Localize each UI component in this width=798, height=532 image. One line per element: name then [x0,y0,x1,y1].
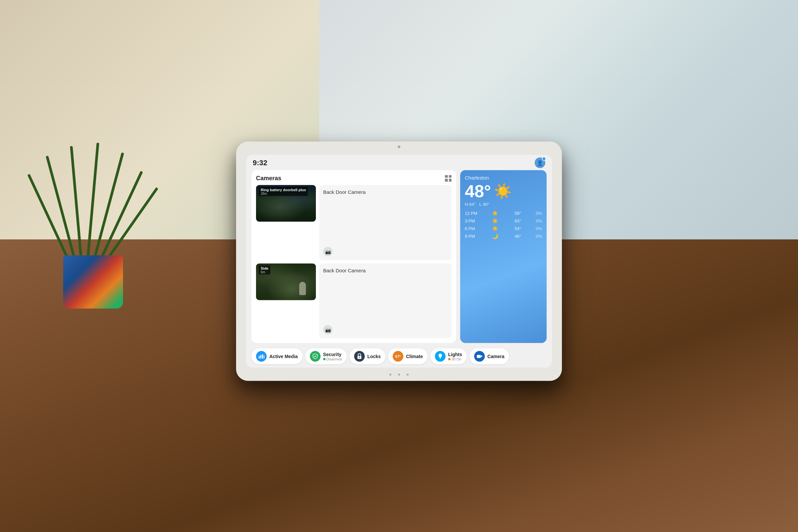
plant-pot [63,255,123,308]
camera-name-2: Back Door Camera [323,267,448,273]
climate-temp-icon: 67° [395,355,401,358]
equalizer-icon [258,354,264,359]
weather-hi-lo: H 64° L 40° [465,202,542,207]
pill-label-locks: Locks [367,354,381,359]
forecast-temp-2: 54° [509,226,521,231]
grid-sq-2 [449,175,452,178]
pill-icon-active-media [256,351,267,362]
forecast-time-1: 3 PM [465,218,481,224]
camera-row-2: Side 6m Back Door Camera 📷 [256,263,452,339]
cam-time-2: 6m [261,270,268,274]
grid-sq-1 [445,175,448,178]
pill-label-security: Security [323,352,342,357]
profile-icon[interactable]: 👤 [535,158,545,168]
camera-info-1[interactable]: Back Door Camera 📷 [319,185,452,260]
plant-decoration [40,142,146,308]
clock: 9:32 [253,158,267,167]
weather-sun-icon: ☀️ [494,184,512,198]
cam-label-text-1: Ring battery doorbell plus [261,188,306,192]
status-bar: 9:32 👤 [246,155,552,170]
pill-locks[interactable]: Locks [349,348,385,364]
lightbulb-icon [438,354,443,359]
device-screen: 9:32 👤 Cameras [246,155,552,368]
pill-lights[interactable]: Lights 30 On [430,348,467,364]
camera-icon-row-1: 📷 [323,247,448,256]
forecast-pct-3: 0% [532,234,542,239]
pill-sublabel-lights: 30 On [448,357,462,361]
bottom-bar: Active Media Security Disarmed [246,346,552,368]
cam-time-1: 28m [261,192,306,195]
forecast-pct-0: 0% [532,211,542,216]
cameras-section: Cameras Ring battery doorbell plus [251,170,456,343]
mic-dot-1 [390,374,391,376]
forecast-row-0: 12 PM ☀️ 59° 0% [465,210,542,216]
weather-forecast: 12 PM ☀️ 59° 0% 3 PM ☀️ 63° 0% 6 PM ☀️ [465,210,542,240]
pill-text-cameras-nav: Camera [488,354,505,359]
pill-label-cameras-nav: Camera [488,354,505,359]
forecast-pct-2: 0% [532,226,542,231]
pill-label-lights: Lights [448,352,462,357]
pill-text-active-media: Active Media [269,354,298,359]
mic-dots [390,374,408,376]
forecast-pct-1: 0% [532,218,542,224]
camera-small-icon-1: 📷 [323,247,332,256]
pill-active-media[interactable]: Active Media [251,348,303,364]
pill-security[interactable]: Security Disarmed [305,348,347,364]
pill-text-climate: Climate [406,354,423,359]
pill-text-locks: Locks [367,354,381,359]
forecast-icon-2: ☀️ [492,225,498,232]
lights-status-text: 30 On [452,357,461,361]
cameras-header: Cameras [256,175,452,182]
status-icons: 👤 [535,158,545,168]
forecast-time-3: 9 PM [465,234,481,239]
main-content: Cameras Ring battery doorbell plus [246,170,552,346]
lights-status-dot [448,358,451,360]
svg-rect-1 [260,355,261,359]
profile-glyph: 👤 [537,159,543,166]
cam-label-overlay-1: Ring battery doorbell plus 28m [259,187,308,196]
grid-sq-3 [445,179,448,182]
pill-sublabel-security: Disarmed [323,357,342,361]
pill-text-lights: Lights 30 On [448,352,462,361]
notification-badge [542,157,546,161]
forecast-row-3: 9 PM 🌙 46° 0% [465,233,542,240]
forecast-temp-1: 63° [509,218,521,224]
cameras-title: Cameras [256,175,281,182]
weather-section[interactable]: Charleston 48° ☀️ H 64° L 40° 12 PM ☀️ 5… [460,170,547,343]
forecast-row-1: 3 PM ☀️ 63° 0% [465,218,542,224]
weather-lo: L 40° [479,202,490,207]
forecast-time-2: 6 PM [465,226,481,231]
forecast-icon-3: 🌙 [492,233,498,240]
pill-icon-cameras-nav [474,351,485,362]
camera-icon-row-2: 📷 [323,325,448,335]
camera-thumb-doorbell[interactable]: Ring battery doorbell plus 28m [256,185,316,222]
svg-rect-7 [477,355,481,358]
weather-city: Charleston [465,175,542,180]
cam-label-text-2: Side [261,266,268,270]
plant-stems [60,142,126,259]
mic-dot-3 [407,374,408,376]
forecast-icon-1: ☀️ [492,218,498,224]
cam-label-overlay-2: Side 6m [259,265,270,274]
pill-icon-lights [435,351,445,362]
mic-dot-2 [398,374,400,376]
svg-rect-3 [264,356,264,359]
pill-icon-security [310,351,321,362]
camera-info-2[interactable]: Back Door Camera 📷 [319,263,452,339]
camera-name-1: Back Door Camera [323,189,448,195]
camera-row-1: Ring battery doorbell plus 28m Back Door… [256,185,452,260]
svg-rect-0 [259,356,260,359]
pill-cameras-nav[interactable]: Camera [470,348,509,364]
pill-icon-climate: 67° [393,351,403,362]
lock-icon [357,354,362,359]
forecast-row-2: 6 PM ☀️ 54° 0% [465,225,542,232]
pill-label-climate: Climate [406,354,423,359]
pill-climate[interactable]: 67° Climate [388,348,428,364]
svg-point-5 [359,357,360,358]
grid-sq-4 [449,179,452,182]
camera-thumb-side[interactable]: Side 6m [256,263,316,300]
forecast-temp-0: 59° [509,211,521,216]
forecast-icon-0: ☀️ [492,210,498,216]
person-silhouette [299,282,306,295]
grid-view-icon[interactable] [445,175,452,182]
